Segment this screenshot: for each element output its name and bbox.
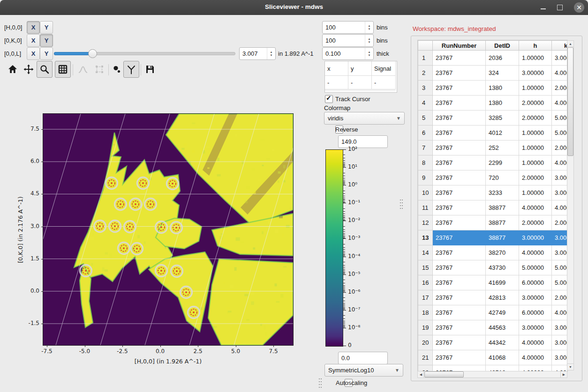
table-cell[interactable]: 42813 (486, 290, 519, 305)
table-cell[interactable]: 1.00000 (519, 155, 552, 170)
dim-x-btn-2[interactable]: X (27, 47, 40, 60)
track-cursor-checkbox[interactable] (325, 95, 333, 103)
table-row[interactable]: 1323767388773.000003.000 (418, 230, 568, 245)
spin-arrows-icon[interactable]: ▲▼ (365, 22, 373, 33)
workspace-header-row[interactable]: RunNumberDetIDhk (418, 41, 568, 51)
table-cell[interactable]: 3285 (486, 111, 519, 126)
table-cell[interactable]: 1.00000 (519, 141, 552, 155)
table-cell[interactable]: 23767 (433, 96, 486, 111)
table-cell[interactable]: 38877 (486, 230, 519, 245)
table-cell[interactable]: 1.00000 (519, 185, 552, 200)
table-cell[interactable]: 4.000 (552, 200, 568, 215)
table-row[interactable]: 2237673243.000004.000 (418, 66, 568, 81)
x-bins-spinbox[interactable]: 100 ▲▼ (322, 21, 374, 34)
table-row[interactable]: 32376713801.000002.000 (418, 81, 568, 96)
colorbar-max-input[interactable]: 149.0 (338, 135, 388, 148)
table-cell[interactable]: 23767 (433, 245, 486, 260)
table-cell[interactable]: 3.000 (552, 185, 568, 200)
table-row[interactable]: 1723767428133.000002.000 (418, 290, 568, 305)
splitter-handle[interactable] (400, 199, 403, 211)
slice-value-spinbox[interactable]: 3.007 ▲▼ (239, 47, 276, 60)
workspace-table[interactable]: RunNumberDetIDhk 12376720361.000003.0002… (417, 40, 568, 372)
table-cell[interactable]: 5.000 (552, 260, 568, 275)
dim-x-btn-0[interactable]: X (27, 21, 40, 34)
row-header[interactable]: 8 (418, 155, 433, 170)
table-cell[interactable]: 1.00000 (519, 51, 552, 66)
vertical-scrollbar-thumb[interactable] (567, 47, 573, 156)
table-row[interactable]: 82376722991.000004.000 (418, 155, 568, 170)
table-cell[interactable]: 4.000 (552, 155, 568, 170)
table-cell[interactable]: 23767 (433, 51, 486, 66)
table-cell[interactable]: 2.00000 (519, 96, 552, 111)
table-cell[interactable]: 4.00000 (519, 200, 552, 215)
table-row[interactable]: 2123767410684.000003.000 (418, 350, 568, 365)
row-header[interactable]: 3 (418, 81, 433, 96)
table-cell[interactable]: 5.000 (552, 275, 568, 290)
dim-y-btn-0[interactable]: Y (40, 21, 53, 34)
row-header[interactable]: 19 (418, 320, 433, 335)
table-row[interactable]: 62376740121.000005.000 (418, 126, 568, 141)
table-cell[interactable]: 23767 (433, 290, 486, 305)
row-header[interactable]: 7 (418, 141, 433, 155)
splitter-handle[interactable] (318, 377, 322, 390)
table-cell[interactable]: 3.00000 (519, 320, 552, 335)
column-header[interactable]: DetID (486, 41, 519, 51)
table-cell[interactable]: 44563 (486, 320, 519, 335)
dim-slider-handle[interactable] (88, 49, 97, 58)
table-cell[interactable]: 42749 (486, 305, 519, 320)
table-cell[interactable]: 2.000 (552, 215, 568, 230)
table-cell[interactable]: 38877 (486, 215, 519, 230)
table-cell[interactable]: 44342 (486, 335, 519, 350)
column-header[interactable] (418, 41, 433, 51)
row-header[interactable]: 18 (418, 305, 433, 320)
table-cell[interactable]: 23767 (433, 126, 486, 141)
table-cell[interactable]: 3.000 (552, 320, 568, 335)
colorbar[interactable] (325, 149, 343, 347)
table-cell[interactable]: 1.00000 (519, 126, 552, 141)
spin-arrows-icon[interactable]: ▲▼ (365, 48, 373, 59)
table-row[interactable]: 2023767443424.000003.000 (418, 335, 568, 350)
table-row[interactable]: 7237672521.000002.000 (418, 141, 568, 155)
table-cell[interactable]: 4.00000 (519, 335, 552, 350)
table-cell[interactable]: 3.000 (552, 51, 568, 66)
slice-plot-canvas[interactable] (43, 114, 293, 345)
table-cell[interactable]: 3.00000 (519, 66, 552, 81)
row-header[interactable]: 20 (418, 335, 433, 350)
table-cell[interactable]: 4.000 (552, 66, 568, 81)
table-cell[interactable]: 2036 (486, 51, 519, 66)
row-header[interactable]: 4 (418, 96, 433, 111)
table-cell[interactable]: 324 (486, 66, 519, 81)
tool-grid[interactable] (55, 61, 71, 78)
tool-home[interactable] (5, 61, 21, 78)
tool-zoom[interactable] (37, 61, 53, 78)
row-header[interactable]: 1 (418, 51, 433, 66)
table-row[interactable]: 1423767382704.000003.000 (418, 245, 568, 260)
titlebar[interactable]: Sliceviewer - mdws ✕ (0, 0, 588, 15)
table-cell[interactable]: 4012 (486, 126, 519, 141)
close-button[interactable]: ✕ (574, 2, 584, 13)
table-row[interactable]: 1523767437305.000005.000 (418, 260, 568, 275)
column-header[interactable]: h (519, 41, 552, 51)
table-cell[interactable]: 3.000 (552, 245, 568, 260)
maximize-button[interactable] (557, 5, 563, 10)
table-cell[interactable]: 2.00000 (519, 215, 552, 230)
row-header[interactable]: 15 (418, 260, 433, 275)
tool-roi[interactable] (91, 61, 107, 78)
table-row[interactable]: 102376732331.000003.000 (418, 185, 568, 200)
row-header[interactable]: 2 (418, 66, 433, 81)
table-cell[interactable]: 4.000 (552, 96, 568, 111)
table-cell[interactable]: 4.000 (552, 305, 568, 320)
table-cell[interactable]: 23767 (433, 66, 486, 81)
row-header[interactable]: 6 (418, 126, 433, 141)
table-cell[interactable]: 23767 (433, 185, 486, 200)
row-header[interactable]: 14 (418, 245, 433, 260)
table-cell[interactable]: 2.000 (552, 290, 568, 305)
table-cell[interactable]: 5.000 (552, 111, 568, 126)
table-cell[interactable]: 252 (486, 141, 519, 155)
scroll-down-arrow[interactable]: ▼ (567, 363, 574, 370)
table-cell[interactable]: 2.000 (552, 81, 568, 96)
horizontal-scrollbar-thumb[interactable] (424, 371, 464, 377)
table-cell[interactable]: 2.000 (552, 141, 568, 155)
table-cell[interactable]: 23767 (433, 230, 486, 245)
spin-arrows-icon[interactable]: ▲▼ (365, 35, 373, 46)
